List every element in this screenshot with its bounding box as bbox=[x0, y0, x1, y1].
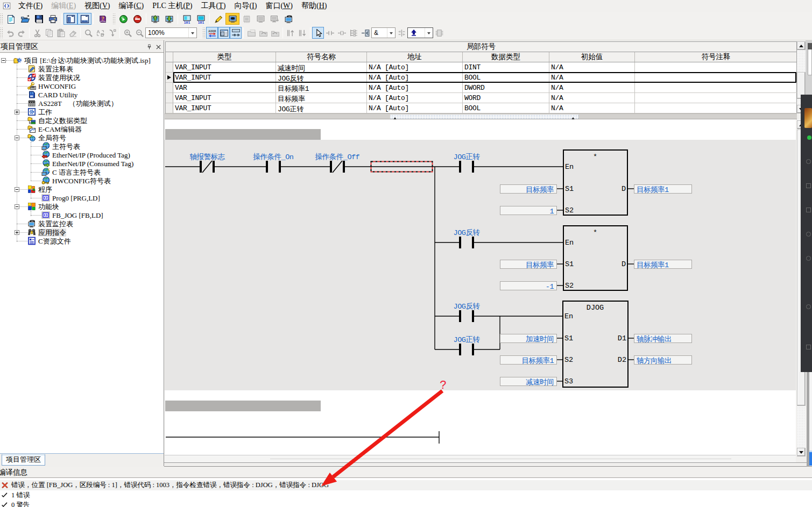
dropdown-arrow-icon[interactable] bbox=[188, 28, 196, 38]
network-before-button[interactable] bbox=[285, 27, 296, 39]
symbol-cell[interactable]: N/A bbox=[549, 93, 635, 103]
tree-item[interactable]: 应用指令 bbox=[0, 228, 164, 237]
tree-item[interactable]: FB_JOG [FB,LD] bbox=[0, 211, 164, 219]
compile-message[interactable]: 1 错误 bbox=[0, 490, 812, 500]
tree-item[interactable]: 全局符号 bbox=[0, 133, 164, 142]
paste-button[interactable] bbox=[55, 27, 67, 39]
symbol-cell[interactable]: DWORD bbox=[463, 83, 549, 93]
ladder-hscroll[interactable] bbox=[165, 455, 796, 462]
edit-mode-button[interactable] bbox=[211, 13, 225, 25]
symbol-cell[interactable]: 减速时间 bbox=[276, 62, 367, 73]
new-button[interactable] bbox=[4, 13, 18, 25]
goto-button[interactable] bbox=[106, 27, 118, 39]
scroll-down-button[interactable] bbox=[797, 448, 806, 456]
operand-text[interactable]: -1 bbox=[546, 283, 554, 291]
view-bottom-panel-button[interactable] bbox=[77, 13, 91, 25]
tree-item-label[interactable]: 应用指令 bbox=[38, 228, 66, 237]
splitter-bar[interactable] bbox=[165, 113, 797, 119]
compile-message[interactable]: 错误，位置 [FB_JOG，区段编号 : 1]，错误代码 : 1003，指令检查… bbox=[0, 480, 812, 490]
tree-expander-minus[interactable] bbox=[1, 58, 6, 63]
operand-text[interactable]: 1 bbox=[549, 208, 554, 216]
tree-item[interactable]: C 语言主符号表 bbox=[0, 168, 164, 176]
show-address-button[interactable] bbox=[206, 27, 218, 39]
contact-label[interactable]: JOG反转 bbox=[454, 302, 481, 311]
tree-item-label[interactable]: FB_JOG [FB,LD] bbox=[52, 211, 103, 219]
zoom-combo[interactable]: 100% bbox=[145, 27, 197, 38]
tree-item-label[interactable]: 项目 [E:\台达\功能块测试\功能块测试.isp] bbox=[24, 56, 151, 65]
symbol-row[interactable]: VAR_INPUTJOG反转N/A [Auto]BOOLN/A bbox=[166, 73, 796, 83]
symbol-cell[interactable]: N/A bbox=[549, 103, 635, 113]
view-left-panel-button[interactable] bbox=[63, 13, 77, 25]
erase-button[interactable] bbox=[67, 27, 79, 39]
compile-message[interactable]: 0 警告 bbox=[0, 500, 812, 507]
replace-button[interactable] bbox=[94, 27, 106, 39]
tree-item-label[interactable]: CARD Utility bbox=[38, 91, 77, 99]
symbol-cell[interactable]: VAR bbox=[173, 83, 276, 93]
print-button[interactable] bbox=[46, 13, 60, 25]
coil-button[interactable] bbox=[336, 27, 348, 39]
close-icon[interactable] bbox=[154, 43, 163, 51]
symbol-cell[interactable]: DINT bbox=[463, 62, 549, 73]
selection-mode-button[interactable] bbox=[312, 27, 324, 39]
operand-text[interactable]: 轴脉冲输出 bbox=[637, 335, 672, 344]
contact-button[interactable] bbox=[324, 27, 336, 39]
symbol-cell[interactable]: VAR_INPUT bbox=[173, 73, 276, 83]
monitor-button[interactable] bbox=[253, 13, 267, 25]
tree-item[interactable]: 主符号表 bbox=[0, 142, 164, 151]
tree-item[interactable]: HWCONFIG bbox=[0, 82, 164, 90]
tree-item-label[interactable]: HWCONFIG bbox=[38, 82, 76, 90]
menu-w[interactable]: 窗口(W) bbox=[261, 0, 297, 12]
row-selector[interactable] bbox=[166, 93, 173, 103]
symbol-cell[interactable]: 目标频率1 bbox=[276, 83, 367, 93]
contact-label[interactable]: 操作条件_On bbox=[253, 153, 294, 161]
tree-item[interactable]: 装置监控表 bbox=[0, 219, 164, 228]
contact-label[interactable]: JOG反转 bbox=[454, 228, 481, 237]
operand-text[interactable]: 目标频率1 bbox=[521, 356, 554, 365]
tree-item[interactable]: EtherNet/IP (Produced Tag) bbox=[0, 151, 164, 159]
activate-all-button[interactable] bbox=[257, 27, 269, 39]
tree-item-label[interactable]: Prog0 [PRG,LD] bbox=[52, 194, 100, 202]
column-header-2[interactable]: 地址 bbox=[367, 52, 463, 62]
toolbar-grip[interactable] bbox=[1, 13, 3, 24]
ladder-editor[interactable]: 轴报警标志操作条件_On操作条件_OffJOG正转JOG反转JOG反转JOG正转… bbox=[165, 119, 796, 462]
symbol-cell[interactable]: 目标频率 bbox=[276, 93, 367, 103]
column-header-3[interactable]: 数据类型 bbox=[463, 52, 549, 62]
gate-combo[interactable]: & bbox=[371, 27, 396, 38]
symbol-cell[interactable]: JOG正转 bbox=[276, 103, 367, 113]
dropdown-arrow-icon[interactable] bbox=[425, 28, 433, 38]
tree-item[interactable]: AS228T （功能块测试） bbox=[0, 99, 164, 108]
symbol-row[interactable]: VAR_INPUT目标频率N/A [Auto]WORDN/A bbox=[166, 93, 796, 103]
tree-item[interactable]: 装置使用状况 bbox=[0, 73, 164, 82]
tree-item-label[interactable]: 功能块 bbox=[38, 203, 59, 211]
tree-item-label[interactable]: HWCONFIG符号表 bbox=[52, 177, 111, 185]
offline-mode-button[interactable] bbox=[194, 13, 208, 25]
symbol-cell[interactable]: BOOL bbox=[463, 73, 549, 83]
symbol-cell[interactable]: N/A bbox=[549, 62, 635, 73]
tree-item[interactable]: 工作 bbox=[0, 108, 164, 116]
show-network-comment-button[interactable] bbox=[230, 27, 242, 39]
toolbar-grip[interactable] bbox=[1, 27, 3, 38]
symbol-cell[interactable]: JOG反转 bbox=[276, 73, 367, 83]
tree-item-label[interactable]: 全局符号 bbox=[38, 134, 66, 142]
symbol-cell[interactable] bbox=[635, 73, 797, 83]
download-button[interactable] bbox=[162, 13, 176, 25]
tree-item-label[interactable]: C 语言主符号表 bbox=[52, 168, 101, 176]
tab-project-management[interactable]: 项目管理区 bbox=[2, 454, 45, 466]
menu-p[interactable]: PLC 主机(P) bbox=[148, 0, 196, 12]
column-header-0[interactable]: 类型 bbox=[173, 52, 276, 62]
tree-item[interactable]: 功能块 bbox=[0, 202, 164, 211]
column-header-1[interactable]: 符号名称 bbox=[276, 52, 367, 62]
splitter-grip[interactable] bbox=[390, 115, 578, 119]
symbol-cell[interactable]: N/A bbox=[549, 73, 635, 83]
contact-label[interactable]: 操作条件_Off bbox=[315, 153, 360, 161]
tree-item-label[interactable]: C资源文件 bbox=[38, 237, 71, 245]
tree-item[interactable]: EtherNet/IP (Consumed Tag) bbox=[0, 159, 164, 168]
tree-item-label[interactable]: 主符号表 bbox=[52, 142, 80, 151]
contact-label[interactable]: 轴报警标志 bbox=[190, 153, 225, 161]
tree-item-label[interactable]: 装置使用状况 bbox=[38, 74, 80, 82]
pin-icon[interactable] bbox=[145, 43, 153, 51]
tree-expander-minus[interactable] bbox=[15, 187, 19, 192]
tree-item-label[interactable]: 程序 bbox=[38, 185, 52, 194]
symbol-cell[interactable] bbox=[635, 83, 797, 93]
column-header-4[interactable]: 初始值 bbox=[549, 52, 635, 62]
